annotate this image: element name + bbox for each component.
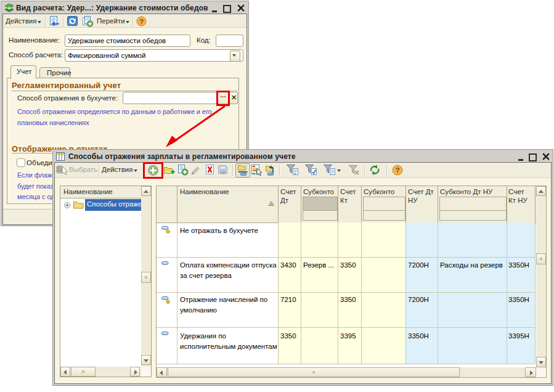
svg-text:?: ?	[139, 18, 144, 25]
svg-text:?: ?	[395, 166, 399, 174]
svg-text:ок: ок	[221, 171, 224, 174]
